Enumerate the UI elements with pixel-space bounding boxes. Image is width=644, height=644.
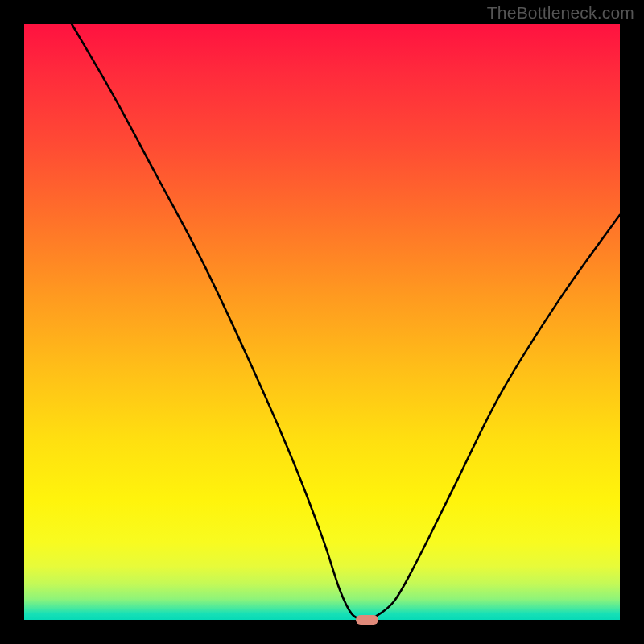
bottleneck-curve (72, 24, 620, 621)
minimum-marker (356, 615, 378, 625)
curve-svg (24, 24, 620, 620)
watermark-text: TheBottleneck.com (487, 3, 634, 23)
chart-frame: TheBottleneck.com (0, 0, 644, 644)
plot-area (24, 24, 620, 620)
